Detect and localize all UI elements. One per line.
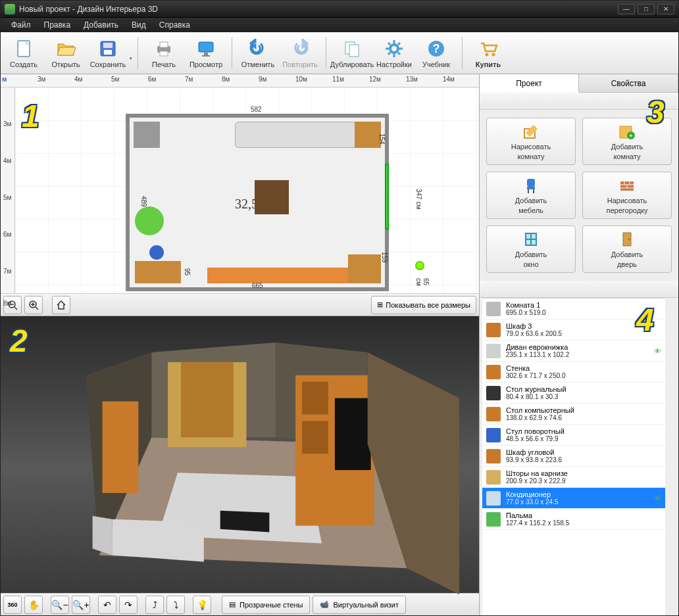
object-item[interactable]: Стол журнальный80.4 x 80.1 x 30.3: [482, 383, 665, 404]
print-button[interactable]: Печать: [143, 34, 184, 72]
furniture-desk[interactable]: [135, 261, 181, 283]
furniture-sofa[interactable]: [235, 122, 366, 148]
add-room-icon: +: [617, 122, 637, 141]
close-button[interactable]: ✕: [657, 4, 674, 14]
home-button[interactable]: [52, 296, 70, 314]
object-item[interactable]: Пальма127.4 x 116.2 x 158.5: [482, 509, 665, 530]
settings-button[interactable]: Настройки: [374, 34, 415, 72]
furniture-wall-unit[interactable]: [207, 268, 352, 283]
action-pencil-room[interactable]: Нарисоватькомнату: [486, 118, 576, 165]
save-button[interactable]: Сохранить: [88, 34, 128, 72]
zoom-in-3d-button[interactable]: 🔍+: [72, 596, 90, 614]
object-item[interactable]: Шторы на карнизе200.9 x 20.3 x 222.9: [482, 467, 665, 488]
action-wall[interactable]: Нарисоватьперегородку: [582, 172, 672, 219]
buy-button[interactable]: Купить: [468, 34, 509, 72]
undo-button[interactable]: Отменить: [238, 34, 278, 72]
section-header-actions: [480, 93, 678, 110]
dim-right: 347 см: [415, 189, 422, 209]
create-button[interactable]: Создать: [3, 34, 44, 72]
object-item[interactable]: Комната 1695.0 x 519.0: [482, 298, 665, 320]
rotate-left-button[interactable]: ↶: [98, 596, 116, 614]
svg-rect-43: [335, 398, 371, 470]
pencil-room-icon: [521, 122, 541, 141]
object-item[interactable]: Кондиционер77.0 x 33.0 x 24.5👁: [482, 488, 665, 509]
object-item[interactable]: Диван еврокнижка235.1 x 113.1 x 102.2👁: [482, 341, 665, 362]
pan-button[interactable]: ✋: [24, 596, 43, 614]
plan-canvas[interactable]: 32,52 582: [15, 87, 479, 293]
object-item[interactable]: Шкаф 379.0 x 63.6 x 200.5: [482, 320, 665, 341]
action-add-room[interactable]: +Добавитькомнату: [582, 118, 672, 165]
door-icon: [617, 229, 637, 249]
view3d-canvas[interactable]: 2: [1, 316, 479, 593]
object-item[interactable]: Стул поворотный48.5 x 56.6 x 79.9: [482, 425, 665, 446]
separator: [462, 37, 463, 69]
toolbar: Создать Открыть Сохранить ▾ Печать Просм…: [1, 32, 678, 74]
dim-left-inner: 489: [140, 196, 147, 207]
action-door[interactable]: Добавитьдверь: [582, 225, 672, 273]
preview-button[interactable]: Просмотр: [186, 34, 226, 72]
menu-view[interactable]: Вид: [125, 18, 153, 32]
save-dropdown[interactable]: ▾: [130, 45, 132, 61]
object-thumb-icon: [486, 491, 501, 506]
action-window[interactable]: Добавитьокно: [486, 225, 576, 273]
scrollbar[interactable]: [668, 298, 678, 615]
svg-rect-5: [160, 42, 168, 47]
zoom-out-3d-button[interactable]: 🔍−: [51, 596, 69, 614]
duplicate-icon: [341, 38, 363, 59]
menu-add[interactable]: Добавить: [77, 18, 125, 32]
svg-point-66: [628, 239, 630, 241]
tab-properties[interactable]: Свойства: [579, 74, 678, 92]
object-item[interactable]: Стенка302.6 x 71.7 x 250.0: [482, 362, 665, 383]
rotate-right-button[interactable]: ↷: [119, 596, 138, 614]
zoom-in-button[interactable]: [24, 296, 43, 314]
duplicate-button[interactable]: Дублировать: [332, 34, 372, 72]
room-outline[interactable]: 32,52: [126, 114, 389, 291]
plan-2d-area: м 3м 4м 5м 6м 7м 8м 9м 10м 11м 12м 13м 1…: [1, 74, 479, 316]
titlebar: Новый проект - Дизайн Интерьера 3D — □ ✕: [1, 1, 678, 18]
furniture-coffee-table[interactable]: [255, 180, 289, 214]
light-button[interactable]: 💡: [193, 596, 211, 614]
maximize-button[interactable]: □: [638, 4, 655, 14]
object-item[interactable]: Шкаф угловой93.9 x 93.8 x 223.6: [482, 446, 665, 467]
file-new-icon: [13, 38, 34, 59]
selected-object[interactable]: [385, 164, 389, 229]
tab-project[interactable]: Проект: [480, 74, 579, 93]
svg-line-17: [388, 43, 390, 45]
svg-marker-45: [112, 519, 203, 562]
open-button[interactable]: Открыть: [45, 34, 86, 72]
menu-file[interactable]: Файл: [5, 18, 38, 32]
show-dimensions-button[interactable]: ⊞ Показывать все размеры: [371, 296, 476, 314]
rotate-360-button[interactable]: 360: [3, 596, 22, 614]
selection-handle[interactable]: [415, 261, 424, 270]
object-thumb-icon: [486, 512, 501, 527]
furniture-corner-wardrobe[interactable]: [348, 254, 381, 283]
minimize-button[interactable]: —: [618, 4, 635, 14]
visibility-icon[interactable]: 👁: [654, 347, 661, 355]
svg-rect-42: [302, 421, 328, 454]
menu-help[interactable]: Справка: [153, 18, 197, 32]
tilt-down-button[interactable]: ⤵: [166, 596, 185, 614]
furniture-wardrobe-corner[interactable]: [134, 122, 160, 148]
svg-rect-41: [302, 382, 328, 415]
furniture-chair[interactable]: [149, 245, 164, 260]
furniture-palm[interactable]: [135, 206, 164, 235]
svg-rect-2: [103, 43, 113, 48]
camera-icon: 📹: [320, 600, 329, 609]
redo-button[interactable]: Повторить: [280, 34, 320, 72]
virtual-visit-button[interactable]: 📹 Виртуальный визит: [313, 596, 406, 614]
furniture-wardrobe[interactable]: [355, 122, 381, 148]
svg-point-23: [486, 53, 489, 56]
object-item[interactable]: Стол компьютерный138.0 x 62.9 x 74.6: [482, 404, 665, 425]
transparent-walls-button[interactable]: ▤ Прозрачные стены: [222, 596, 310, 614]
object-list[interactable]: Комната 1695.0 x 519.0Шкаф 379.0 x 63.6 …: [482, 298, 665, 615]
printer-icon: [153, 38, 174, 59]
action-chair[interactable]: Добавитьмебель: [486, 172, 576, 219]
section-header-objects: [480, 281, 678, 298]
view3d-toolbar: 360 ✋ 🔍− 🔍+ ↶ ↷ ⤴ ⤵ 💡 ▤ Про: [1, 593, 479, 615]
visibility-icon[interactable]: 👁: [654, 494, 661, 502]
help-button[interactable]: ? Учебник: [416, 34, 457, 72]
menu-edit[interactable]: Правка: [38, 18, 78, 32]
tilt-up-button[interactable]: ⤴: [145, 596, 164, 614]
folder-open-icon: [55, 38, 76, 59]
svg-rect-7: [199, 42, 213, 52]
